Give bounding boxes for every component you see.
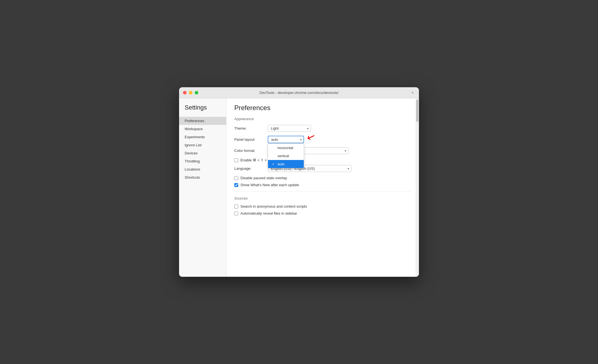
scrollbar[interactable] — [416, 98, 419, 277]
search-anonymous-checkbox[interactable] — [234, 205, 238, 208]
sidebar-item-locations[interactable]: Locations — [179, 165, 226, 173]
titlebar: DevTools - developer.chrome.com/docs/dev… — [179, 87, 419, 98]
sidebar-item-experiments[interactable]: Experiments — [179, 133, 226, 141]
auto-label: auto — [278, 162, 284, 166]
sidebar-heading: Settings — [179, 103, 226, 117]
disable-paused-label: Disable paused state overlay — [240, 176, 287, 180]
auto-reveal-row: Automatically reveal files in sidebar — [234, 211, 411, 215]
auto-reveal-checkbox[interactable] — [234, 212, 238, 215]
color-format-label: Color format: — [234, 149, 268, 153]
search-anonymous-label: Search in anonymous and content scripts — [240, 204, 307, 208]
sidebar-item-workspace[interactable]: Workspace — [179, 125, 226, 133]
sidebar-item-shortcuts[interactable]: Shortcuts — [179, 173, 226, 181]
theme-row: Theme: Light Default Dark ▾ — [234, 125, 411, 132]
panel-layout-dropdown[interactable]: horizontal vertical ✓ auto — [268, 144, 304, 168]
appearance-section: Appearance Theme: Light Default Dark ▾ — [234, 117, 411, 187]
horizontal-checkmark — [272, 146, 276, 150]
color-format-row: Color format: As authored HEX RGB HSL ▾ — [234, 147, 411, 154]
auto-checkmark: ✓ — [272, 162, 276, 166]
close-button[interactable] — [183, 91, 187, 94]
language-row: Language: English (US) - English (US) ▾ — [234, 165, 411, 172]
sidebar-item-ignore-list[interactable]: Ignore List — [179, 141, 226, 149]
section-divider — [234, 191, 411, 192]
auto-reveal-label: Automatically reveal files in sidebar — [240, 211, 297, 215]
theme-select[interactable]: Light Default Dark — [268, 125, 311, 132]
show-whats-new-checkbox[interactable] — [234, 183, 238, 187]
enable-shortcut-checkbox[interactable] — [234, 158, 238, 162]
disable-paused-checkbox[interactable] — [234, 176, 238, 180]
maximize-button[interactable] — [195, 91, 198, 94]
vertical-checkmark — [272, 154, 276, 158]
theme-label: Theme: — [234, 126, 268, 130]
horizontal-label: horizontal — [278, 146, 293, 150]
page-title: Preferences — [234, 104, 411, 112]
minimize-button[interactable] — [189, 91, 192, 94]
devtools-window: DevTools - developer.chrome.com/docs/dev… — [179, 87, 419, 277]
scrollbar-thumb[interactable] — [416, 100, 418, 122]
dropdown-item-auto[interactable]: ✓ auto — [268, 160, 304, 168]
sources-section: Sources Search in anonymous and content … — [234, 196, 411, 215]
main-content: Preferences Appearance Theme: Light Defa… — [226, 98, 419, 277]
panel-layout-label: Panel layout: — [234, 137, 268, 142]
red-arrow-annotation: ↙ — [305, 131, 317, 143]
sources-section-title: Sources — [234, 196, 411, 200]
content-area: Settings Preferences Workspace Experimen… — [179, 98, 419, 277]
search-anonymous-row: Search in anonymous and content scripts — [234, 204, 411, 208]
window-title: DevTools - developer.chrome.com/docs/dev… — [259, 91, 338, 95]
dropdown-item-horizontal[interactable]: horizontal — [268, 144, 304, 152]
vertical-label: vertical — [278, 154, 289, 158]
theme-select-wrapper: Light Default Dark ▾ — [268, 125, 311, 132]
dropdown-item-vertical[interactable]: vertical — [268, 152, 304, 160]
panel-layout-row: Panel layout: auto horizontal vertical ▾… — [234, 136, 411, 143]
language-label: Language: — [234, 166, 268, 171]
panel-layout-select-wrapper: auto horizontal vertical ▾ — [268, 136, 304, 143]
sidebar: Settings Preferences Workspace Experimen… — [179, 98, 226, 277]
panel-layout-select[interactable]: auto horizontal vertical — [268, 136, 304, 143]
sidebar-item-preferences[interactable]: Preferences — [179, 117, 226, 125]
close-x-button[interactable]: × — [410, 90, 415, 95]
sidebar-item-devices[interactable]: Devices — [179, 149, 226, 157]
show-whats-new-label: Show What's New after each update — [240, 183, 299, 187]
sidebar-item-throttling[interactable]: Throttling — [179, 157, 226, 165]
enable-shortcut-row: Enable ⌘ + ⇧ + D to switch panels — [234, 158, 411, 162]
window-controls — [183, 91, 198, 94]
appearance-section-title: Appearance — [234, 117, 411, 121]
show-whats-new-row: Show What's New after each update — [234, 183, 411, 187]
disable-paused-row: Disable paused state overlay — [234, 176, 411, 180]
